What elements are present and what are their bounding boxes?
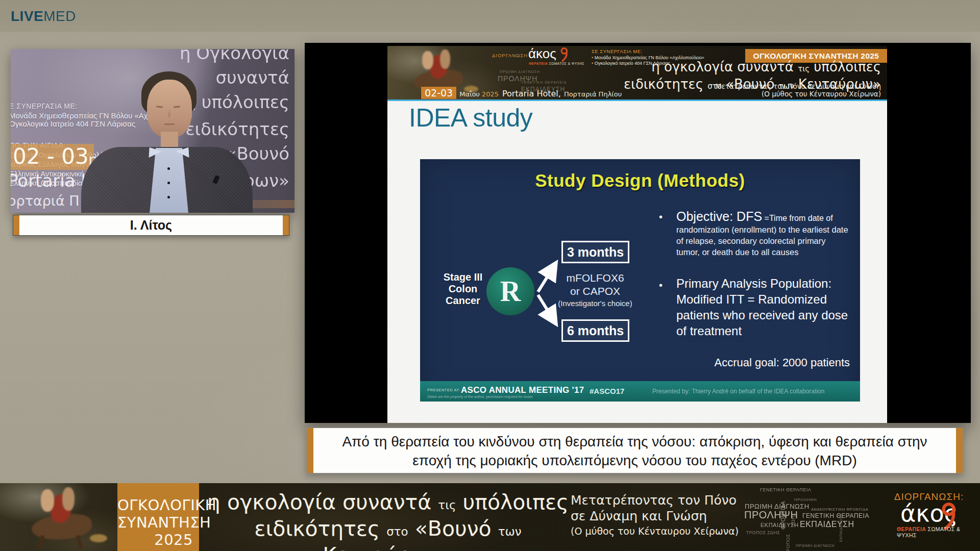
arm-6-months: 6 months — [561, 319, 629, 342]
banner-subtitle-line: (Ο μύθος του Κένταυρου Χείρωνα) — [716, 90, 881, 98]
akos-logo: άκος — [528, 46, 556, 62]
objective-bullet: • Objective: DFS =Time from date of rand… — [676, 209, 864, 258]
painting-tiger-figure — [90, 534, 107, 542]
asco-hashtag: #ASCO17 — [590, 387, 624, 395]
caption-line: Από τη θεραπεία του κινδύνου στη θεραπεί… — [307, 433, 963, 451]
wordcloud-word: ΑΝΑΚΟΥΦΙΣΤΙΚΗ ΦΡΟΝΤΙΔΑ — [811, 507, 868, 512]
shirt-button — [167, 196, 170, 198]
wordcloud-word: ΓΕΝΕΤΙΚΗ ΘΕΡΑΠΕΙΑ — [760, 487, 811, 492]
footer-meeting-badge: ΟΓΚΟΛΟΓΙΚΗ ΣΥΝΑΝΤΗΣΗ 2025 — [117, 483, 199, 551]
wordcloud-word: ΦΡΟΝΤΙΔΑ — [780, 501, 786, 530]
wordcloud-word: ΤΡΟΠΟΣ — [786, 534, 791, 551]
wordcloud-word: ΠΡΟΛΗΨΗ — [744, 509, 798, 521]
presented-at-label: PRESENTED AT: — [427, 388, 460, 392]
banner-divider-rule — [387, 99, 887, 101]
speaker-nameplate: Ι. Λίτος — [13, 215, 289, 236]
speaker-video[interactable]: η Ογκολογία συναντά τις υπόλοιπες ειδικό… — [11, 49, 295, 213]
banner-date-box: 02-03 — [421, 87, 456, 99]
akos-logo-tagline: ΘΕΡΑΠΕΙΑ ΣΩΜΑΤΟΣ & ΨΥΧΗΣ — [529, 62, 584, 65]
wordcloud-word: ΓΕΝΕΤΙΚΗ ΘΕΡΑΠΕΙΑ — [802, 512, 869, 519]
banner-title-line: η ογκολογία συναντά τις υπόλοιπες — [624, 59, 881, 77]
session-title-caption: Από τη θεραπεία του κινδύνου στη θεραπεί… — [306, 428, 963, 473]
asco-meeting-title: ASCO ANNUAL MEETING '17 — [461, 385, 584, 395]
banner-watermark-word: ΠΡΩΙΜΗ ΔΙΑΓΝΩΣΗ — [500, 70, 540, 73]
wordcloud-word: ΕΚΠΑΙΔΕΥΣΗ — [800, 520, 854, 529]
analysis-line: Modified ITT = Randomized — [676, 291, 864, 307]
asco-permission-note: Slides are the property of the author, p… — [427, 395, 533, 398]
objective-line: of relapse, secondary colorectal primary — [676, 235, 864, 246]
analysis-population-bullet: • Primary Analysis Population: Modified … — [676, 276, 864, 339]
akos-logo-swoosh-icon — [559, 47, 570, 62]
regimen-label: mFOLFOX6 or CAPOX (Investigator's choice… — [552, 271, 639, 309]
banner-date-month: Μαΐου — [459, 90, 480, 98]
footer-akos-tagline: ΘΕΡΑΠΕΙΑ ΣΩΜΑΤΟΣ & ΨΥΧΗΣ — [897, 526, 980, 538]
speaker-eye — [156, 106, 163, 108]
asco-presented-by: Presented by: Thierry André on behalf of… — [652, 388, 854, 395]
slide-conference-banner: ΠΡΟΛΗΨΗ ΕΚΠΑΙΔΕΥΣΗ ΓΕΝΕΤΙΚΗ ΘΕΡΑΠΕΙΑ ΠΡΩ… — [387, 46, 887, 99]
wordcloud-word: ΕΚΠΑΙΔΕΥΣΗ — [839, 517, 843, 542]
arm-3-months: 3 months — [561, 241, 629, 263]
wordcloud-word: ΠΡΩΙΜΗ ΔΙΑΓΝΩΣΗ — [796, 543, 835, 548]
livemed-logo-live: LIVE — [11, 8, 43, 24]
presentation-slide: ΠΡΟΛΗΨΗ ΕΚΠΑΙΔΕΥΣΗ ΓΕΝΕΤΙΚΗ ΘΕΡΑΠΕΙΑ ΠΡΩ… — [387, 46, 887, 423]
speaker-mouth — [164, 123, 175, 125]
accrual-goal: Accrual goal: 2000 patients — [715, 356, 850, 369]
banner-venue-greek: Πορταριά Πηλίου — [564, 90, 622, 98]
objective-lead-line: Objective: DFS =Time from date of — [676, 209, 864, 224]
banner-partnership-heading: ΣΕ ΣΥΝΕΡΓΑΣΙΑ ΜΕ: — [592, 48, 704, 54]
webinar-screen: LIVEMED η Ογκολογία συναντά τις υπόλοιπε… — [0, 0, 980, 551]
speaker-eye — [174, 106, 180, 108]
slide-title: IDEA study — [409, 103, 532, 133]
wordcloud-word: ΖΩΗΣ — [791, 513, 796, 526]
livemed-logo: LIVEMED — [11, 8, 76, 24]
banner-watermark-word: ΓΕΝΕΤΙΚΗ ΘΕΡΑΠΕΙΑ — [522, 81, 567, 84]
footer-title-line: η ογκολογία συναντά τις υπόλοιπες — [202, 490, 574, 517]
footer-centaur-painting — [0, 483, 117, 551]
speaker-name: Ι. Λίτος — [130, 218, 172, 233]
study-design-diagram: Study Design (Methods) Stage III Colon C… — [420, 159, 860, 402]
footer-subtitle: Μετατρέποντας τον Πόνο σε Δύναμη και Γνώ… — [571, 492, 739, 538]
banner-date-venue: 02-03Μαΐου2025Portaria Hotel,Πορταριά Πη… — [421, 87, 622, 99]
banner-venue: Portaria Hotel, — [502, 89, 561, 98]
objective-line: tumor, or death due to all causes — [676, 246, 864, 258]
banner-organizer-label: ΔΙΟΡΓΑΝΩΣΗ — [492, 53, 528, 58]
objective-line: randomization (enrollment) to the earlie… — [676, 224, 864, 235]
banner-subtitle: Μετατρέποντας τον Πόνο σε Δύναμη και Γνώ… — [716, 83, 881, 98]
footer-title-line: ειδικότητες στο «Βουνό των Κενταύρων» — [202, 517, 574, 551]
painting-figure — [440, 49, 450, 69]
painting-figure — [422, 51, 433, 69]
caption-line: εποχή της μοριακής υπολειπόμενης νόσου τ… — [307, 451, 963, 470]
speaker-shirt — [150, 148, 188, 213]
asco-footer-bar: PRESENTED AT: ASCO ANNUAL MEETING '17 #A… — [420, 381, 860, 402]
analysis-line: patients who received any dose — [676, 307, 864, 323]
analysis-line: of treatment — [676, 323, 864, 339]
top-band — [0, 0, 980, 32]
analysis-line: Primary Analysis Population: — [676, 276, 864, 291]
painting-figure — [41, 489, 54, 512]
wordcloud-word: ΠΡΟΛΗΨΗ — [794, 497, 817, 502]
painting-figure — [62, 487, 75, 511]
speaker-nose — [168, 108, 170, 117]
conference-footer-banner: ΟΓΚΟΛΟΓΙΚΗ ΣΥΝΑΝΤΗΣΗ 2025 η ογκολογία συ… — [0, 483, 980, 551]
wordcloud-word: ΤΡΟΠΟΣ ΖΩΗΣ — [746, 530, 780, 535]
shirt-button — [167, 167, 170, 170]
shirt-button — [167, 182, 170, 184]
banner-subtitle-line: Μετατρέποντας τον Πόνο σε Δύναμη και Γνώ… — [716, 83, 881, 90]
speaker-face — [147, 80, 192, 138]
speaker-person — [11, 49, 295, 213]
banner-date-year: 2025 — [482, 90, 499, 98]
livemed-logo-med: MED — [43, 8, 76, 24]
presentation-frame: ΠΡΟΛΗΨΗ ΕΚΠΑΙΔΕΥΣΗ ΓΕΝΕΤΙΚΗ ΘΕΡΑΠΕΙΑ ΠΡΩ… — [305, 43, 971, 423]
footer-conference-title: η ογκολογία συναντά τις υπόλοιπες ειδικό… — [202, 483, 574, 551]
painting-horse-leg — [76, 535, 83, 549]
